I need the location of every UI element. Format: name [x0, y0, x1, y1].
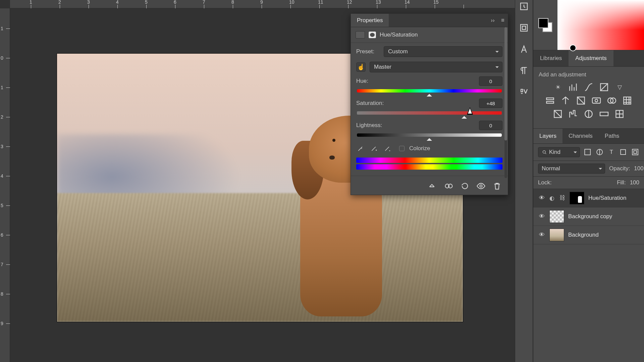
opacity-value[interactable]: 100 [634, 165, 643, 172]
reset-icon[interactable] [460, 182, 470, 190]
collapse-panel-icon[interactable]: ›› [488, 17, 498, 24]
ruler-vertical[interactable]: 1 0 1 2 3 4 5 6 7 8 9 [0, 8, 10, 362]
gradient-map-icon[interactable] [598, 109, 610, 119]
hue-slider[interactable]: Hue: 0 [351, 74, 508, 96]
cursor-icon [467, 107, 473, 115]
visibility-icon[interactable]: 👁 [538, 232, 545, 238]
channel-select[interactable]: Master [370, 62, 502, 72]
svg-rect-10 [592, 98, 600, 103]
paragraph-icon[interactable] [519, 66, 529, 76]
color-range-upper[interactable] [356, 158, 502, 163]
svg-rect-24 [634, 151, 636, 154]
eyedropper-add-icon[interactable] [370, 144, 378, 153]
layer-row[interactable]: 👁 Background copy [533, 207, 644, 226]
panel-menu-icon[interactable]: ≡ [498, 17, 508, 24]
exposure-icon[interactable] [598, 82, 610, 92]
opacity-label: Opacity: [609, 165, 630, 172]
threshold-icon[interactable] [583, 109, 594, 119]
vibrance-icon[interactable]: ▽ [614, 82, 625, 92]
layer-list: 👁 ◐ ⛓ Hue/Saturation 👁 Background copy 👁… [533, 189, 644, 362]
tab-paths[interactable]: Paths [599, 129, 625, 143]
clip-to-layer-icon[interactable] [428, 182, 437, 190]
saturation-label: Saturation: [356, 100, 479, 107]
eyedropper-subtract-icon[interactable] [383, 144, 392, 153]
history-icon[interactable] [519, 1, 529, 11]
filter-shape-icon[interactable] [619, 148, 627, 156]
black-white-icon[interactable] [575, 96, 587, 106]
view-previous-icon[interactable] [444, 182, 453, 190]
color-picker[interactable] [557, 0, 644, 50]
saturation-slider[interactable]: Saturation: +48 [351, 96, 508, 118]
eyedropper-icon[interactable] [356, 144, 365, 153]
curves-icon[interactable] [583, 82, 594, 92]
visibility-icon[interactable]: 👁 [538, 213, 545, 220]
channel-mixer-icon[interactable] [606, 96, 618, 106]
targeted-adjustment-icon[interactable]: ☝ [356, 62, 366, 72]
tab-layers[interactable]: Layers [533, 129, 562, 143]
saturation-value-input[interactable]: +48 [479, 99, 502, 108]
photo-filter-icon[interactable] [591, 96, 602, 106]
layer-row[interactable]: 👁 Background [533, 226, 644, 244]
layer-mask-icon[interactable] [368, 31, 376, 39]
hue-label: Hue: [356, 78, 479, 84]
blend-mode-select[interactable]: Normal [538, 164, 605, 174]
adjustment-layer-icon: ◐ [549, 195, 555, 202]
link-icon[interactable]: ⛓ [559, 195, 566, 201]
preset-select[interactable]: Custom [384, 46, 502, 57]
properties-panel: Properties ›› ≡ Hue/Saturation Preset: C… [351, 13, 508, 195]
hue-saturation-icon[interactable] [544, 96, 556, 106]
svg-rect-23 [632, 149, 638, 155]
right-panel-column: Libraries Adjustments Add an adjustment … [533, 0, 644, 362]
foreground-background-swatch[interactable] [533, 0, 557, 50]
layer-name[interactable]: Background [568, 232, 599, 238]
svg-point-19 [543, 150, 545, 153]
preset-label: Preset: [356, 48, 380, 55]
brightness-contrast-icon[interactable]: ☀ [552, 82, 564, 92]
selective-color-icon[interactable] [614, 109, 625, 119]
filter-pixel-icon[interactable] [583, 148, 592, 156]
filter-smart-icon[interactable] [631, 148, 639, 156]
filter-type-icon[interactable]: T [607, 148, 615, 156]
layer-thumbnail[interactable] [549, 210, 564, 223]
layer-row[interactable]: 👁 ◐ ⛓ Hue/Saturation [533, 189, 644, 207]
svg-rect-22 [621, 150, 626, 155]
hue-value-input[interactable]: 0 [479, 76, 502, 86]
lightness-slider[interactable]: Lightness: 0 [351, 118, 508, 140]
properties-tab[interactable]: Properties [351, 14, 389, 27]
glyphs-icon[interactable] [519, 87, 529, 97]
collapsed-panel-strip [515, 0, 533, 362]
toggle-visibility-icon[interactable] [476, 182, 486, 190]
layer-name[interactable]: Hue/Saturation [588, 195, 626, 201]
character-icon[interactable] [519, 44, 529, 54]
levels-icon[interactable] [568, 82, 579, 92]
svg-rect-4 [521, 24, 527, 31]
lightness-value-input[interactable]: 0 [479, 121, 502, 130]
color-balance-icon[interactable] [560, 96, 571, 106]
fill-value[interactable]: 100 [630, 179, 639, 186]
colorize-checkbox[interactable] [399, 146, 405, 151]
lock-label: Lock: [538, 179, 552, 186]
posterize-icon[interactable] [568, 109, 579, 119]
color-range-lower[interactable] [356, 164, 502, 170]
fill-label: Fill: [617, 179, 626, 186]
tab-libraries[interactable]: Libraries [533, 50, 569, 66]
styles-icon[interactable] [519, 23, 529, 33]
svg-rect-7 [546, 98, 553, 100]
invert-icon[interactable] [552, 109, 564, 119]
adjustment-title: Hue/Saturation [380, 32, 418, 38]
colorize-label: Colorize [409, 145, 430, 152]
svg-point-2 [480, 185, 482, 187]
tab-channels[interactable]: Channels [562, 129, 599, 143]
tab-adjustments[interactable]: Adjustments [569, 50, 613, 66]
layer-thumbnail[interactable] [549, 229, 564, 241]
filter-adjustment-icon[interactable] [595, 148, 604, 156]
layer-name[interactable]: Background copy [568, 213, 612, 220]
add-adjustment-label: Add an adjustment [539, 70, 639, 82]
visibility-icon[interactable]: 👁 [538, 195, 545, 201]
svg-point-11 [595, 99, 598, 102]
delete-adjustment-icon[interactable] [492, 182, 502, 190]
layer-mask-thumbnail[interactable] [570, 192, 584, 204]
svg-rect-17 [600, 112, 608, 116]
color-lookup-icon[interactable] [622, 96, 633, 106]
layer-filter-kind[interactable]: Kind [538, 147, 580, 157]
